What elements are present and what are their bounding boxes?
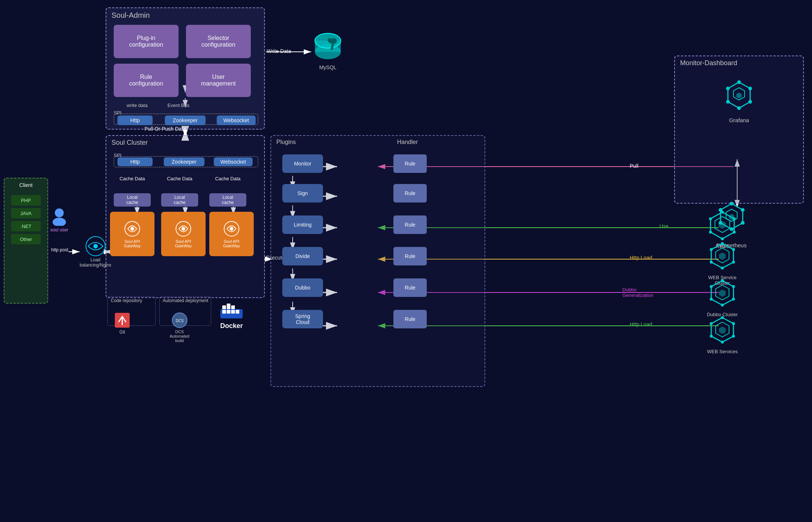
- svg-point-79: [732, 261, 735, 264]
- http-load-label: Http Load: [630, 255, 652, 261]
- cluster-websocket-pill[interactable]: Websocket: [214, 157, 253, 166]
- gateway-1: Soul API GateWay: [110, 212, 154, 256]
- grafana-label: Grafana: [729, 117, 749, 123]
- svg-point-82: [710, 248, 713, 251]
- soul-user-label: soul user: [50, 227, 69, 232]
- local-cache-1: Local cache: [114, 193, 151, 207]
- client-box: Client PHP JAVA .NET Other: [4, 178, 48, 304]
- svg-rect-108: [231, 305, 235, 309]
- svg-point-99: [710, 335, 713, 338]
- mysql-label: MySQL: [319, 64, 337, 70]
- svg-point-77: [721, 242, 724, 245]
- client-other[interactable]: Other: [11, 234, 41, 244]
- svg-point-73: [709, 217, 712, 220]
- svg-point-98: [721, 341, 724, 344]
- cache-label-3: Cache Data: [209, 176, 246, 181]
- svg-point-38: [130, 227, 134, 231]
- svg-point-72: [709, 231, 712, 234]
- svg-point-95: [721, 316, 724, 319]
- pull-label: Pull: [630, 163, 638, 169]
- svg-point-80: [721, 267, 724, 270]
- soul-cluster-title: Soul Cluster: [112, 139, 148, 147]
- web-services-label: WEB Services: [707, 349, 738, 354]
- client-php[interactable]: PHP: [11, 195, 41, 205]
- handler-title: Handler: [397, 139, 418, 145]
- dubbo-cluster-group: Dubbo Cluster: [704, 278, 741, 317]
- plugin-sign[interactable]: Sign: [282, 184, 323, 203]
- svg-point-97: [732, 335, 735, 338]
- svg-rect-107: [227, 304, 230, 309]
- cluster-http-pill[interactable]: Http: [117, 157, 153, 166]
- client-title: Client: [19, 182, 33, 188]
- plugin-monitor[interactable]: Monitor: [282, 154, 323, 173]
- cluster-zookeeper-pill[interactable]: Zookeeper: [164, 157, 204, 166]
- svg-point-35: [315, 44, 341, 59]
- soul-admin-box: Soul-Admin Plug-in configuration Selecto…: [106, 7, 265, 130]
- rule-divide[interactable]: Rule: [393, 247, 427, 265]
- git-label: Git: [119, 329, 125, 335]
- soul-user: soul user: [50, 207, 69, 232]
- mysql-icon: MySQL: [311, 30, 345, 70]
- svg-rect-111: [231, 310, 235, 314]
- auto-deploy-label: Automated deployment: [163, 298, 208, 303]
- plugin-divide[interactable]: Divide: [282, 247, 323, 265]
- load-balance-label: Load balancing/Nginx: [80, 257, 111, 268]
- gateway-2: Soul API GateWay: [161, 212, 206, 256]
- grafana-icon: Grafana: [721, 78, 758, 123]
- local-cache-3: Local cache: [209, 193, 246, 207]
- svg-point-53: [737, 106, 741, 110]
- plugin-dubbo[interactable]: Dubbo: [282, 278, 323, 297]
- dubbo-gen-label: Dubbo Generalization: [622, 287, 653, 298]
- rule-spring-cloud[interactable]: Rule: [393, 310, 427, 328]
- plugin-limiting[interactable]: Limiting: [282, 215, 323, 234]
- svg-point-40: [182, 227, 185, 231]
- soul-admin-title: Soul-Admin: [112, 11, 150, 20]
- svg-point-100: [710, 322, 713, 325]
- svg-rect-106: [222, 305, 226, 309]
- dcs-label: DCS Automated build: [170, 329, 189, 343]
- event-bus-label: Event Bus: [167, 103, 189, 108]
- svg-rect-112: [236, 310, 239, 314]
- rule-monitor[interactable]: Rule: [393, 154, 427, 173]
- use-label: Use: [659, 223, 669, 229]
- client-net[interactable]: .NET: [11, 221, 41, 231]
- docker-label: Docker: [220, 322, 243, 330]
- svg-marker-85: [719, 290, 726, 297]
- svg-point-78: [732, 248, 735, 251]
- admin-http-pill[interactable]: Http: [117, 116, 153, 125]
- http-load-web-services-label: Http Load: [630, 321, 652, 327]
- selector-config-btn[interactable]: Selector configuration: [186, 25, 251, 58]
- svg-point-90: [710, 298, 713, 301]
- svg-point-61: [741, 221, 745, 225]
- rule-config-btn[interactable]: Rule configuration: [114, 64, 179, 97]
- rule-sign[interactable]: Rule: [393, 184, 427, 203]
- svg-point-70: [733, 231, 736, 234]
- rule-dubbo[interactable]: Rule: [393, 278, 427, 297]
- svg-point-55: [726, 87, 730, 90]
- svg-point-88: [732, 298, 735, 301]
- svg-point-43: [55, 208, 64, 217]
- diagram-container: Soul-Admin Plug-in configuration Selecto…: [0, 0, 812, 522]
- svg-marker-67: [719, 221, 726, 229]
- svg-point-54: [726, 100, 730, 104]
- user-mgmt-btn[interactable]: User management: [186, 64, 251, 97]
- rule-limiting[interactable]: Rule: [393, 215, 427, 234]
- dcs-icon-group: DCS DCS Automated build: [170, 311, 189, 343]
- plugin-spring-cloud[interactable]: Spring Cloud: [282, 310, 323, 328]
- admin-zookeeper-pill[interactable]: Zookeeper: [165, 116, 206, 125]
- svg-point-52: [748, 100, 752, 104]
- cache-label-2: Cache Data: [161, 176, 198, 181]
- admin-websocket-pill[interactable]: Websocket: [217, 116, 256, 125]
- svg-point-42: [230, 227, 233, 231]
- load-balance: Load balancing/Nginx: [80, 235, 111, 268]
- svg-rect-109: [222, 310, 226, 314]
- svg-point-91: [710, 285, 713, 288]
- svg-point-60: [741, 208, 745, 212]
- client-java[interactable]: JAVA: [11, 208, 41, 218]
- code-repo-label: Code repository: [111, 298, 142, 303]
- svg-rect-110: [227, 310, 230, 314]
- svg-marker-94: [719, 327, 726, 334]
- plugin-config-btn[interactable]: Plug-in configuration: [114, 25, 179, 58]
- svg-point-89: [721, 304, 724, 307]
- svg-point-68: [721, 211, 724, 214]
